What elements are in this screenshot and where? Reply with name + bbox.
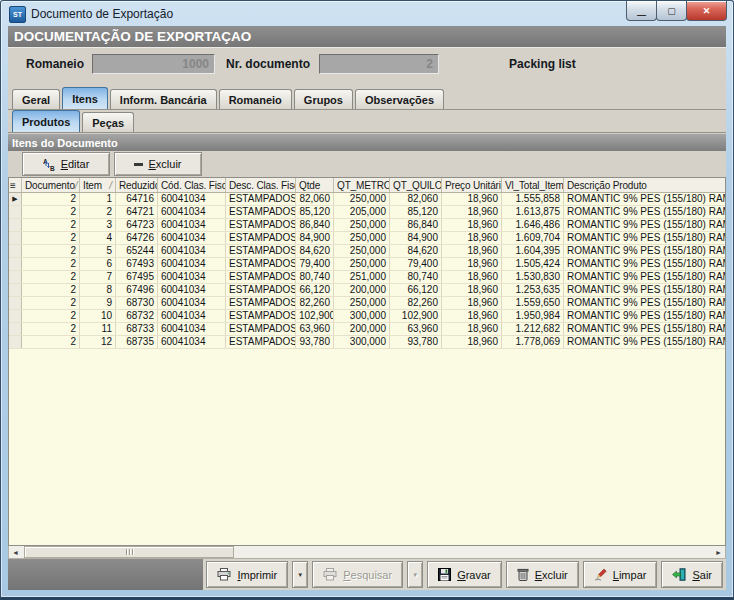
cell: 250,000 bbox=[334, 245, 390, 257]
table-row[interactable]: ▶216471660041034ESTAMPADOS82,060250,0008… bbox=[9, 193, 725, 206]
tab-grupos[interactable]: Grupos bbox=[294, 89, 353, 109]
col-header-preco-unitario[interactable]: Preço Unitário bbox=[442, 178, 502, 192]
cell: 68730 bbox=[116, 297, 158, 309]
cell: 1.253,635 bbox=[502, 284, 564, 296]
tab-inform-bancaria[interactable]: Inform. Bancária bbox=[110, 89, 217, 109]
action-buttons-tray: Imprimir ▼ Pesquisar ▼ Gravar bbox=[203, 559, 726, 590]
cell: 60041034 bbox=[158, 323, 226, 335]
scroll-right-icon[interactable]: ► bbox=[712, 546, 725, 558]
col-header-documento[interactable]: Documento/ bbox=[22, 178, 80, 192]
row-gutter bbox=[9, 310, 22, 322]
grid-menu-icon: ≡ bbox=[10, 180, 16, 191]
col-header-item[interactable]: Item/ bbox=[80, 178, 116, 192]
cell: 2 bbox=[22, 193, 80, 205]
cell: 63,960 bbox=[296, 323, 334, 335]
col-label: Qtde bbox=[299, 180, 320, 191]
close-button[interactable]: ✕ bbox=[686, 1, 727, 21]
row-gutter bbox=[9, 232, 22, 244]
cell: 68735 bbox=[116, 336, 158, 348]
table-row[interactable]: 296873060041034ESTAMPADOS82,260250,00082… bbox=[9, 297, 725, 310]
scroll-left-icon[interactable]: ◄ bbox=[9, 546, 22, 558]
cell: 82,060 bbox=[296, 193, 334, 205]
cell: 65244 bbox=[116, 245, 158, 257]
cell: 251,000 bbox=[334, 271, 390, 283]
cell: 18,960 bbox=[442, 336, 502, 348]
tab-itens[interactable]: Itens bbox=[62, 87, 108, 109]
table-row[interactable]: 236472360041034ESTAMPADOS86,840250,00086… bbox=[9, 219, 725, 232]
nr-documento-field[interactable]: 2 bbox=[319, 54, 439, 74]
search-button[interactable]: Pesquisar bbox=[312, 561, 403, 588]
table-row[interactable]: 256524460041034ESTAMPADOS84,620250,00084… bbox=[9, 245, 725, 258]
tab-pecas[interactable]: Peças bbox=[82, 112, 134, 132]
horizontal-scrollbar[interactable]: ◄ ► bbox=[8, 546, 726, 559]
maximize-icon: ▢ bbox=[667, 6, 676, 16]
tab-observacoes[interactable]: Observações bbox=[355, 89, 444, 109]
col-header-qtde[interactable]: Qtde bbox=[296, 178, 334, 192]
col-header-qt-metros[interactable]: QT_METROS bbox=[334, 178, 390, 192]
cell: 68732 bbox=[116, 310, 158, 322]
cell: 84,900 bbox=[296, 232, 334, 244]
edit-button[interactable]: AB Editar bbox=[22, 152, 110, 176]
cell: ROMANTIC 9% PES (155/180) RAMADO ABSTR bbox=[564, 219, 725, 231]
clear-button[interactable]: Limpar bbox=[583, 561, 658, 588]
col-header-descricao-produto[interactable]: Descrição Produto bbox=[564, 178, 725, 192]
maximize-button[interactable]: ▢ bbox=[656, 1, 687, 21]
table-row[interactable]: 2106873260041034ESTAMPADOS102,900300,000… bbox=[9, 310, 725, 323]
cell: ROMANTIC 9% PES (155/180) RAMADO BRANC bbox=[564, 258, 725, 270]
search-dropdown-button[interactable]: ▼ bbox=[407, 561, 423, 588]
cell: 250,000 bbox=[334, 297, 390, 309]
row-gutter bbox=[9, 258, 22, 270]
pencil-eraser-icon bbox=[594, 568, 607, 581]
tab-romaneio[interactable]: Romaneio bbox=[219, 89, 292, 109]
cell: 1.609,704 bbox=[502, 232, 564, 244]
app-window: ST Documento de Exportação — ▢ ✕ DOCUMEN… bbox=[0, 0, 734, 600]
col-header-qt-quilos[interactable]: QT_QUILOS bbox=[390, 178, 442, 192]
cell: 68733 bbox=[116, 323, 158, 335]
table-row[interactable]: 266749360041034ESTAMPADOS79,400250,00079… bbox=[9, 258, 725, 271]
grid-menu-button[interactable]: ≡ bbox=[9, 178, 22, 192]
col-header-cod-clas-fiscal[interactable]: Cód. Clas. Fiscal bbox=[158, 178, 226, 192]
cell: 18,960 bbox=[442, 245, 502, 257]
table-row[interactable]: 286749660041034ESTAMPADOS66,120200,00066… bbox=[9, 284, 725, 297]
window-controls: — ▢ ✕ bbox=[627, 1, 727, 21]
tab-label: Produtos bbox=[22, 116, 70, 128]
cell: 85,120 bbox=[296, 206, 334, 218]
cell: 18,960 bbox=[442, 284, 502, 296]
save-button[interactable]: Gravar bbox=[427, 561, 502, 588]
items-grid[interactable]: ≡ Documento/ Item/ Reduzido Cód. Clas. F… bbox=[8, 177, 726, 546]
print-dropdown-button[interactable]: ▼ bbox=[292, 561, 308, 588]
cell: 79,400 bbox=[390, 258, 442, 270]
romaneio-field[interactable]: 1000 bbox=[92, 54, 215, 74]
minimize-button[interactable]: — bbox=[626, 1, 657, 21]
delete-button[interactable]: Excluir bbox=[506, 561, 579, 588]
cell: 7 bbox=[80, 271, 116, 283]
col-header-vl-total-item[interactable]: Vl_Total_Item bbox=[502, 178, 564, 192]
cell: 60041034 bbox=[158, 258, 226, 270]
col-label: Descrição Produto bbox=[567, 180, 647, 191]
scrollbar-thumb[interactable] bbox=[24, 546, 234, 558]
col-header-reduzido[interactable]: Reduzido bbox=[116, 178, 158, 192]
cell: 18,960 bbox=[442, 297, 502, 309]
window-title: Documento de Exportação bbox=[31, 7, 173, 21]
table-row[interactable]: 2126873560041034ESTAMPADOS93,780300,0009… bbox=[9, 336, 725, 349]
col-header-desc-clas-fiscal[interactable]: Desc. Clas. Fiscal bbox=[226, 178, 296, 192]
row-gutter bbox=[9, 271, 22, 283]
cell: 84,620 bbox=[296, 245, 334, 257]
title-bar[interactable]: ST Documento de Exportação — ▢ ✕ bbox=[9, 3, 727, 25]
delete-item-button[interactable]: Excluir bbox=[114, 152, 202, 176]
table-row[interactable]: 276749560041034ESTAMPADOS80,740251,00080… bbox=[9, 271, 725, 284]
table-row[interactable]: 246472660041034ESTAMPADOS84,900250,00084… bbox=[9, 232, 725, 245]
cell: 60041034 bbox=[158, 310, 226, 322]
table-row[interactable]: 226472160041034ESTAMPADOS85,120205,00085… bbox=[9, 206, 725, 219]
tab-label: Inform. Bancária bbox=[120, 94, 207, 106]
exit-button[interactable]: Sair bbox=[661, 561, 723, 588]
table-row[interactable]: 2116873360041034ESTAMPADOS63,960200,0006… bbox=[9, 323, 725, 336]
print-button[interactable]: Imprimir bbox=[206, 561, 288, 588]
client-area: DOCUMENTAÇÃO DE EXPORTAÇAO Romaneio 1000… bbox=[8, 26, 726, 590]
cell: ROMANTIC 9% PES (155/180) RAMADO BRANC bbox=[564, 284, 725, 296]
tab-geral[interactable]: Geral bbox=[12, 89, 60, 109]
nr-documento-label: Nr. documento bbox=[226, 57, 310, 71]
col-label: Desc. Clas. Fiscal bbox=[229, 180, 296, 191]
cell: ESTAMPADOS bbox=[226, 206, 296, 218]
tab-produtos[interactable]: Produtos bbox=[12, 110, 80, 132]
